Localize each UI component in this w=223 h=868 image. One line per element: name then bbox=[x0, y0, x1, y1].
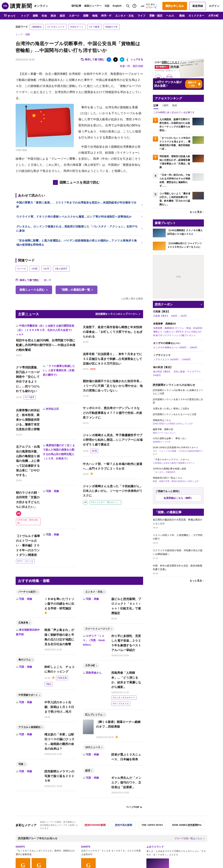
intl-news-item[interactable]: イエメン内戦１０年、人道危機続く…ガザ停戦の影で 09:02 bbox=[153, 531, 204, 547]
ranking-item[interactable]: 2 「まつりがいない１０年目のクリスマスを迎えます」…電通過労死の母親、過労死根… bbox=[153, 134, 204, 153]
notice-item[interactable]: 「子育てサポートアプリ」スタート人気漫画とお役立ち動画で保護者をサポート bbox=[153, 457, 204, 466]
subscription-ad[interactable]: 読売新聞 小中教員７７００人増 法執行や調査強化 人員… 読者の信頼にこたえる報… bbox=[153, 59, 204, 90]
promo-card-club-giants[interactable]: GIANTS 公式ファンクラブ「ＣＬＵＢ ＧＩＡＮＴＳ」２０２６年度入会受付中 … bbox=[81, 845, 142, 868]
featured-article-link[interactable]: 写真・画像 権太坂の「本家」は駅伝コースの脇にひっそり…箱根路の難所の命名の由来… bbox=[16, 732, 76, 751]
featured-article-link[interactable]: 写真・画像 中学入試のネット出願、前期は１月１５日まで受け付け…滝川 bbox=[16, 700, 76, 714]
japan-news-logo[interactable]: THE JAPAN NEWS bbox=[138, 821, 166, 829]
main-news-top-link[interactable]: 読売新聞オンラインのトップページへ ＞ bbox=[96, 312, 141, 316]
featured-article-link[interactable]: ロザリア「ＬＵＸ」（写真・Noah Dillon） 作り手に多様性、充実した電子… bbox=[83, 633, 143, 653]
tag-otekomachi-30s[interactable]: #大手小町「30代の挑戦」 bbox=[16, 518, 40, 525]
category-otekomachi[interactable]: 大手小町› bbox=[83, 663, 99, 669]
tag-jcg[interactable]: #海上保安庁 bbox=[53, 266, 69, 272]
category-photo[interactable]: 写真› bbox=[16, 762, 28, 767]
tag-popstyle[interactable]: #ポップスタイル bbox=[111, 702, 130, 706]
link-paper-viewer[interactable]: 紙面ビューアー bbox=[85, 4, 102, 7]
x-share-icon[interactable]: X bbox=[113, 57, 118, 62]
ranking-more-link[interactable]: もっと見る › bbox=[153, 208, 204, 216]
site-logo[interactable]: YOL 讀賣新聞 オンライン bbox=[2, 2, 48, 9]
tag-ippin[interactable]: #逸品 bbox=[44, 682, 53, 686]
nav-chiiki[interactable]: 地域 bbox=[90, 14, 99, 18]
intl-latest-button[interactable]: 「国際」の最新記事一覧 ＞ bbox=[56, 286, 97, 294]
howto-link[interactable]: 使い方 bbox=[44, 279, 51, 282]
nav-otekomachi[interactable]: 大手小町 bbox=[206, 14, 221, 18]
china-flag-image[interactable]: ★ ★ ★ ★ ★ bbox=[15, 104, 74, 147]
news-item[interactable]: 天皇陛下、皇居で高市首相ら閣僚と年末恒例の昼食会…「お忙しくて大変ですね」とねぎ… bbox=[83, 320, 143, 347]
chukosei-shimbun-logo[interactable]: 読売中高生新聞 bbox=[112, 821, 135, 829]
breadcrumb-section[interactable]: 国際 bbox=[25, 33, 30, 36]
tab-videos[interactable]: 動画 bbox=[172, 104, 177, 109]
present-item[interactable]: 【1/30公開映画】クスノキの番人 試写会に５０組１００人 bbox=[153, 226, 204, 240]
category-10dai-news[interactable]: 10大ニュース› bbox=[83, 745, 104, 750]
tag-sengo80[interactable]: #戦後８０年 bbox=[103, 24, 120, 30]
news-item[interactable]: 競技場の規模不十分と指摘された秋田市長…Ｊリーグに不満「足りないから増やせは、地… bbox=[83, 374, 143, 401]
subscribe-button[interactable]: 購読お申し込み bbox=[162, 2, 187, 10]
flash-news-button[interactable]: 速報ニュースを読む ＞ bbox=[15, 286, 52, 294]
category-hakone-alacarte[interactable]: アラカルト箱根駅伝› bbox=[16, 724, 45, 730]
notice-item[interactable]: 情報提供の窓口一覧はこちら取材、情報や写真・動画の提供先をご紹介します bbox=[153, 475, 204, 484]
notice-item[interactable]: 情報提供はこちら読者の皆様からの情報をお待ちしています bbox=[153, 417, 204, 427]
featured-article-link[interactable]: 写真・画像 ギャル男生んだ「メンエグ」復刊のワケ、立役者は「起業家」 bbox=[83, 775, 143, 790]
featured-article-link[interactable]: 写真・画像 ＩＢＭを率いたワトソン親子の功績を今に伝える学術・研究施設 bbox=[16, 597, 76, 611]
nav-sports[interactable]: スポーツ bbox=[67, 14, 81, 18]
nav-kokusai[interactable]: 国際 bbox=[81, 14, 90, 18]
nav-yomidr[interactable]: ヨミドクター bbox=[187, 14, 206, 18]
tag-marie-claire[interactable]: #マリ・クレール bbox=[16, 559, 35, 563]
tag-h3-rocket[interactable]: #H3ロケット bbox=[68, 24, 86, 30]
featured-article-link[interactable]: 写真・画像 読者が選ぶ１０大ニュース、日本編を発表 bbox=[83, 752, 143, 762]
category-keizai[interactable]: 経済› bbox=[83, 768, 94, 773]
weather-widget[interactable]: ☁☂ 25日 東京 ＞ 12℃/---℃ bbox=[140, 3, 158, 9]
news-item[interactable]: サッポロＨＤ、恵比寿ガーデンプレイスなどの不動産事業を４７７０億円で売却…外資系… bbox=[83, 401, 143, 428]
intl-more-link[interactable]: もっと見る › bbox=[153, 577, 204, 584]
featured-article-link[interactable]: 写真・画像 読売新聞カメラマンの写真で振り返る２０２５年 bbox=[16, 769, 76, 783]
news-item[interactable]: 中国の李鵬首相（右）と会談する細川護熙首相（左）（１９９４年３月、北京の人民大会… bbox=[15, 320, 76, 360]
article-authors[interactable]: 東慶一郎 園田将嗣 bbox=[15, 65, 143, 68]
tag-taiwan[interactable]: #台湾 bbox=[41, 266, 51, 272]
category-kokaku-takaku[interactable]: 広角多角› bbox=[16, 620, 32, 625]
related-article-link[interactable]: 中国の軍事力「着実に進展」、２０２７年までの台湾進攻を想定か…米国防総省が年次報… bbox=[15, 198, 143, 212]
category-entame-bunka[interactable]: エンタメ・文化› bbox=[83, 589, 107, 595]
news-item[interactable]: 中大ハンド部、一挙７人を本場の欧州に派遣へ…名門４クラブに２～５か月 15:00 bbox=[83, 457, 143, 479]
notice-item[interactable]: 編集手帳、連載小説朗読コーナーはこちらへ bbox=[153, 426, 204, 436]
tag-kuma-higai[interactable]: #クマ被害 bbox=[24, 395, 36, 399]
related-article-link[interactable]: 「安全保障に影響」と風力発電阻止、バイデン前政権推進の再エネ標的か…アメリカ東海… bbox=[15, 236, 143, 250]
nav-all-menu[interactable]: すべて bbox=[2, 14, 18, 18]
ranking-item[interactable]: 3 羽田衝突、管制官が誤侵入検知に注意払わず…経過報告書で過去事故との「共通点」… bbox=[153, 153, 204, 172]
tag-kuma[interactable]: #クマ被害 bbox=[87, 24, 101, 30]
featured-article-link[interactable]: 東京朝鮮第四初中級学校 映画「声よ集まれ」が描く朝鮮学校の姿と半島の北だけ記す地… bbox=[16, 627, 76, 647]
kodomo-shimbun-logo[interactable]: 読売KODOMO新聞 bbox=[82, 821, 109, 829]
featured-article-link[interactable]: ［輝くＧ新星］開幕ローテへ鍛錬のオフ…西舘勇陽 bbox=[83, 720, 143, 734]
nav-juken[interactable]: 受験・就活 bbox=[148, 14, 164, 18]
category-virtual-kiko[interactable]: バーチャル紀行› bbox=[16, 589, 40, 595]
nav-entame[interactable]: エンタメ・文化 bbox=[114, 14, 136, 18]
notice-item[interactable]: 読売新聞オンラインをかたるメールに注意 bbox=[153, 411, 204, 417]
nav-life[interactable]: ライフ bbox=[136, 14, 148, 18]
nav-seiji[interactable]: 政治 bbox=[49, 14, 58, 18]
news-item[interactable]: 兵庫県警の村井紀之・前本部長、業者から酒類提供受ける…警察庁長官注意処分受け辞職… bbox=[15, 403, 76, 439]
coupon-item[interactable]: 日高屋【東京】 日高屋【東京】 940円 → 910円 bbox=[153, 308, 204, 320]
save-for-later-button[interactable]: 保存して後で読む bbox=[15, 279, 39, 282]
english-news-link[interactable]: → 国際ニュースを英語で読む bbox=[53, 180, 143, 185]
nav-hatsugen-komachi[interactable]: 発言小町 bbox=[222, 14, 223, 18]
ranking-item[interactable]: 5 コメ増産しないよう「農水省が圧力」と秋田前知事が主張、鈴木農相「圧力かけた認… bbox=[153, 190, 204, 209]
notice-item[interactable]: 今日の運勢を診断！ 夢色☆占い毎朝9時アップです bbox=[153, 436, 204, 445]
coupon-item[interactable]: 味の民芸【東京】 味の民芸【東京】 店内ご飲食・テイクアウト5%割引 bbox=[153, 364, 204, 379]
category-chugaku-juken[interactable]: 中学受験サポート› bbox=[16, 692, 42, 698]
featured-article-link[interactable]: 写真・画像 粋町しょこら チョコに和のトッピング bbox=[16, 664, 76, 674]
display-ad[interactable]: 広告 bbox=[153, 255, 204, 299]
link-morning-paper[interactable]: 朝刊記事 bbox=[71, 4, 81, 7]
coupon-header[interactable]: 読売クーポン› bbox=[153, 301, 204, 308]
link-english[interactable]: English bbox=[113, 4, 122, 7]
member-register-link[interactable]: 会員登録はこちら（無料） bbox=[155, 495, 201, 501]
dowjones-pro-logo[interactable]: DOW JONES 読売新聞Pro bbox=[169, 821, 204, 829]
related-article-link[interactable]: グレタさん、ロンドンで逮捕される…英政府が活動禁じた「パレスチナ・アクション」支… bbox=[15, 222, 143, 236]
category-sweet-music[interactable]: スイートミュージック› bbox=[83, 626, 114, 631]
hatena-share-icon[interactable]: B! bbox=[120, 57, 124, 62]
coupon-item[interactable]: ノアサイエンス ノアサイエンス 16200円 → 10000円 bbox=[153, 351, 204, 364]
tag-hakone-ekiden[interactable]: #箱根駅伝 bbox=[30, 24, 44, 30]
category-kyojin-premium[interactable]: 巨人プレミアム› bbox=[83, 712, 107, 717]
save-for-later-button[interactable]: 保存して後で読む bbox=[81, 58, 104, 61]
intl-news-item[interactable]: ウクライナ大統領府が発表、停戦案の領土の扱いは継続協議へ 07:15 bbox=[153, 547, 204, 562]
help-icon[interactable]: ? bbox=[132, 4, 136, 8]
nav-science-it[interactable]: 科学・IT bbox=[99, 14, 113, 18]
notice-item[interactable]: 150年分の新聞記事を検索し放題「ヨミダス」月額990円 bbox=[153, 466, 204, 475]
